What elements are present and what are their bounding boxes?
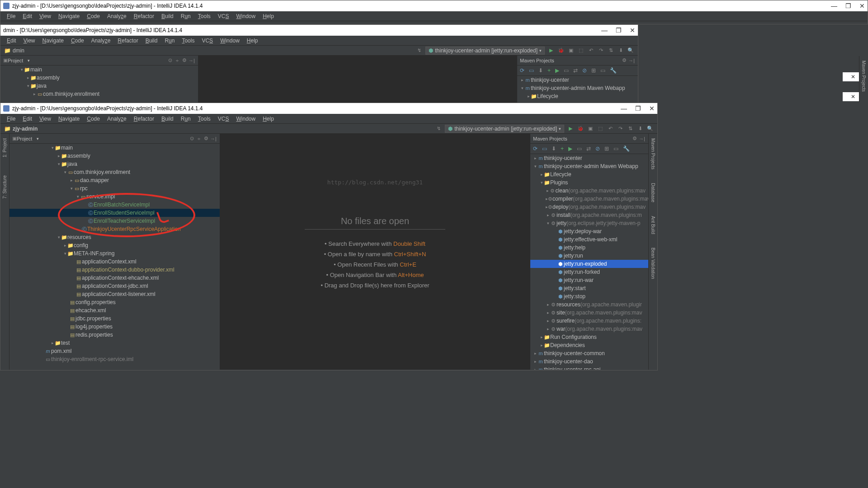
panel-type-icon[interactable]: ▣: [3, 57, 8, 63]
project-tree-3[interactable]: ▾📁main ▸📁assembly ▾📁java ▾▭com.thinkjoy.…: [9, 144, 220, 363]
tab-bv-r3[interactable]: Bean Validation: [651, 248, 656, 279]
menu-vcs-3[interactable]: VCS: [214, 115, 233, 123]
t3-ac5[interactable]: applicationContext-listener.xml: [82, 291, 156, 297]
maximize-button-3[interactable]: ❐: [635, 105, 641, 112]
menu-view[interactable]: View: [36, 12, 55, 20]
tab-structure[interactable]: 7: Structure: [2, 175, 7, 199]
tab-maven-r3[interactable]: Maven Projects: [651, 138, 656, 169]
gear-icon-m3[interactable]: ⚙: [631, 136, 638, 141]
scroll-icon[interactable]: ÷: [174, 58, 181, 63]
menu-navigate-3[interactable]: Navigate: [55, 115, 83, 123]
breadcrumb-3[interactable]: zjy-admin: [13, 126, 38, 132]
panel-type-icon-3[interactable]: ▣: [12, 136, 17, 141]
menu-code[interactable]: Code: [83, 12, 104, 20]
gear-icon-3[interactable]: ⚙: [203, 136, 210, 141]
t3-metainf[interactable]: META-INF.spring: [74, 250, 114, 257]
hide-icon-2[interactable]: →|: [628, 58, 635, 63]
mv-dao[interactable]: thinkjoy-ucenter-dao: [544, 358, 593, 365]
tab-db-r3[interactable]: Database: [651, 183, 656, 202]
menu-analyze[interactable]: Analyze: [104, 12, 130, 20]
tree-java[interactable]: java: [37, 83, 47, 89]
menu-edit-3[interactable]: Edit: [19, 115, 36, 123]
tab-project[interactable]: 1: Project: [2, 138, 7, 157]
maven-m2[interactable]: thinkjoy-ucenter-admin Maven Webapp: [531, 85, 625, 91]
scroll-icon-3[interactable]: ÷: [195, 136, 203, 141]
toggle-icon-3[interactable]: ⇄: [586, 145, 591, 152]
tab-ant-r3[interactable]: Ant Build: [651, 216, 656, 234]
t3-config[interactable]: config: [74, 242, 88, 249]
t3-ac1[interactable]: applicationContext.xml: [82, 258, 137, 265]
menu-edit[interactable]: Edit: [19, 12, 36, 20]
maximize-button-2[interactable]: ❐: [616, 27, 622, 34]
tree-assembly[interactable]: assembly: [37, 75, 60, 81]
menu-tools-2[interactable]: Tools: [178, 37, 198, 45]
menu-window-3[interactable]: Window: [232, 115, 259, 123]
mv-war[interactable]: war: [557, 326, 565, 332]
menu-refactor-2[interactable]: Refactor: [114, 37, 142, 45]
tb1-3[interactable]: ⬚: [597, 126, 604, 131]
mv-jeff[interactable]: jetty:effective-web-xml: [564, 236, 617, 243]
menu-refactor-3[interactable]: Refactor: [130, 115, 158, 123]
t3-pom[interactable]: pom.xml: [51, 348, 71, 354]
mv-m1[interactable]: thinkjoy-ucenter: [544, 155, 582, 161]
maximize-button[interactable]: ❐: [845, 2, 851, 9]
maven-tree-3[interactable]: ▸mthinkjoy-ucenter ▾mthinkjoy-ucenter-ad…: [530, 154, 648, 370]
run-config-selector-2[interactable]: ⬢thinkjoy-ucenter-admin [jetty:run-explo…: [425, 47, 545, 55]
t3-s3[interactable]: EnrollTeacherServiceImpl: [94, 218, 155, 224]
mv-plugins[interactable]: Plugins: [550, 179, 568, 186]
mv-jdeploy[interactable]: jetty:deploy-war: [564, 228, 602, 235]
generate-icon-3[interactable]: ▭: [542, 145, 547, 152]
mv-m2[interactable]: thinkjoy-ucenter-admin Maven Webapp: [544, 163, 638, 169]
t3-p3[interactable]: jdbc.properties: [75, 315, 111, 322]
t3-daomapper[interactable]: dao.mapper: [80, 177, 109, 183]
minimize-button-2[interactable]: —: [601, 27, 608, 34]
close-button-2[interactable]: ✕: [630, 27, 635, 34]
mv-deploy[interactable]: deploy: [552, 204, 568, 210]
close-button-3[interactable]: ✕: [649, 105, 655, 112]
tb1[interactable]: ⬚: [577, 47, 585, 53]
breadcrumb-2[interactable]: dmin: [13, 47, 24, 54]
graph-icon[interactable]: ⊞: [591, 67, 596, 74]
gear-icon-2[interactable]: ⚙: [621, 57, 628, 63]
menu-analyze-2[interactable]: Analyze: [88, 37, 114, 45]
mv-surefire[interactable]: surefire: [557, 318, 575, 324]
mv-lifecycle[interactable]: Lifecycle: [550, 171, 571, 178]
graph-icon-3[interactable]: ⊞: [604, 145, 609, 152]
gear-icon[interactable]: ⚙: [181, 57, 188, 63]
coverage-icon[interactable]: ▣: [567, 47, 575, 53]
make-icon[interactable]: ↯: [415, 47, 423, 53]
menu-analyze-3[interactable]: Analyze: [104, 115, 130, 123]
menu-file[interactable]: File: [3, 12, 19, 20]
menu-file-3[interactable]: File: [3, 115, 19, 123]
dropdown-icon-3[interactable]: ▾: [34, 136, 41, 141]
minimize-button-3[interactable]: —: [621, 105, 627, 112]
exec-icon-3[interactable]: ▭: [577, 145, 582, 152]
skip-icon-3[interactable]: ⊘: [595, 145, 600, 152]
skip-icon[interactable]: ⊘: [582, 67, 587, 74]
t3-s2[interactable]: EnrollStudentServiceImpl: [94, 210, 155, 216]
menu-tools[interactable]: Tools: [194, 12, 214, 20]
menu-tools-3[interactable]: Tools: [194, 115, 214, 123]
mv-rpcapi[interactable]: thinkjoy-ucenter-rpc-api: [544, 366, 600, 370]
t3-java[interactable]: java: [67, 161, 77, 167]
menu-run-3[interactable]: Run: [177, 115, 194, 123]
mv-deps[interactable]: Dependencies: [550, 342, 585, 348]
menu-vcs[interactable]: VCS: [214, 12, 233, 20]
menu-window[interactable]: Window: [232, 12, 259, 20]
menu-code-3[interactable]: Code: [83, 115, 104, 123]
maven-lifecycle[interactable]: Lifecycle: [537, 93, 558, 99]
t3-pkg[interactable]: com.thinkjoy.enrollment: [74, 169, 130, 175]
run-maven-icon[interactable]: ▶: [555, 67, 559, 74]
menu-view-2[interactable]: View: [20, 37, 39, 45]
mv-jrunwar[interactable]: jetty:run-war: [564, 277, 594, 283]
mv-runcfg[interactable]: Run Configurations: [550, 334, 597, 340]
reimport-icon-3[interactable]: ⟳: [533, 145, 538, 152]
reimport-icon[interactable]: ⟳: [520, 67, 524, 74]
mv-install[interactable]: install: [557, 212, 571, 218]
tb3-3[interactable]: ↷: [617, 126, 624, 131]
menu-code-2[interactable]: Code: [67, 37, 88, 45]
tb5[interactable]: ⬇: [617, 47, 624, 53]
menu-build-3[interactable]: Build: [158, 115, 177, 123]
mv-jstop[interactable]: jetty:stop: [564, 293, 585, 300]
debug-icon-3[interactable]: 🐞: [577, 126, 584, 131]
